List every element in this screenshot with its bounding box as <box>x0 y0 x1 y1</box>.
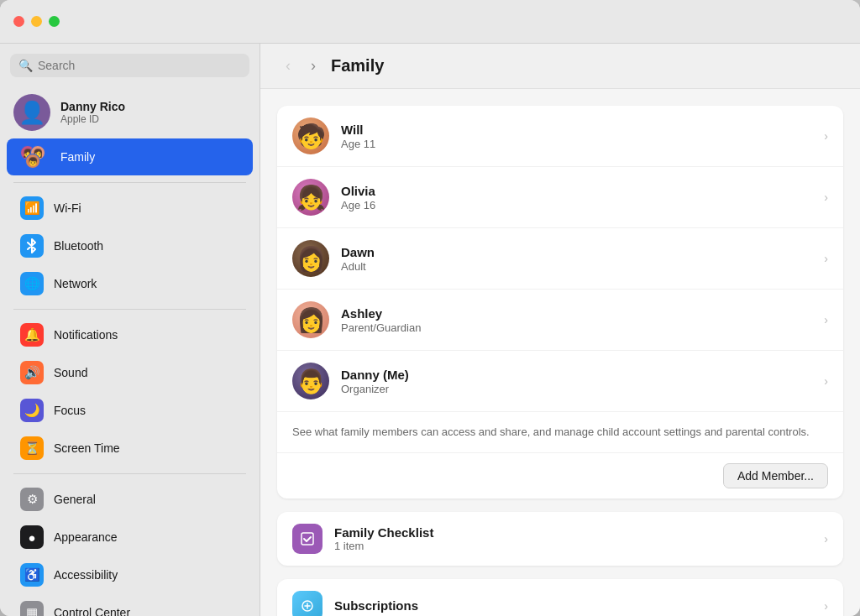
description-text: See what family members can access and s… <box>277 412 843 452</box>
sidebar-item-general[interactable]: ⚙ General <box>7 481 253 518</box>
member-name: Dawn <box>341 245 812 259</box>
sidebar-item-bluetooth[interactable]: Bluetooth <box>7 227 253 264</box>
user-section[interactable]: 👤 Danny Rico Apple ID <box>0 87 260 138</box>
accessibility-icon: ♿ <box>20 563 44 587</box>
member-role: Parent/Guardian <box>341 321 812 334</box>
member-info: Olivia Age 16 <box>341 184 812 211</box>
table-row[interactable]: 👩 Ashley Parent/Guardian › <box>277 290 843 351</box>
search-bar[interactable]: 🔍 <box>10 54 249 77</box>
sidebar-item-screentime[interactable]: ⏳ Screen Time <box>7 430 253 467</box>
appearance-icon: ● <box>20 525 44 549</box>
sidebar-item-label-family: Family <box>60 150 95 164</box>
family-avatars: 👧 👩 👦 <box>20 145 50 169</box>
forward-button[interactable]: › <box>306 55 321 76</box>
checklist-icon <box>292 524 322 554</box>
user-name: Danny Rico <box>60 100 125 113</box>
member-info: Will Age 11 <box>341 123 812 150</box>
sidebar-item-label-appearance: Appearance <box>54 530 118 544</box>
avatar: 👨 <box>292 363 329 399</box>
sidebar-item-label-focus: Focus <box>54 404 86 417</box>
family-members-card: 🧒 Will Age 11 › 👧 Olivia Age 16 <box>277 106 843 499</box>
member-role: Age 11 <box>341 138 812 150</box>
separator-1 <box>13 182 246 183</box>
checklist-name: Family Checklist <box>334 525 812 540</box>
close-button[interactable] <box>13 16 24 27</box>
sound-icon: 🔊 <box>20 361 44 384</box>
sidebar-item-label-controlcenter: Control Center <box>54 606 130 616</box>
notifications-icon: 🔔 <box>20 323 44 347</box>
sidebar-item-network[interactable]: 🌐 Network <box>7 265 253 302</box>
add-member-button[interactable]: Add Member... <box>723 463 828 488</box>
title-bar <box>0 0 860 44</box>
main-content: 🧒 Will Age 11 › 👧 Olivia Age 16 <box>260 89 860 616</box>
sidebar-item-notifications[interactable]: 🔔 Notifications <box>7 316 253 353</box>
main-panel: ‹ › Family 🧒 Will Age 11 › <box>260 44 860 616</box>
avatar: 👧 <box>292 179 329 216</box>
sidebar-item-accessibility[interactable]: ♿ Accessibility <box>7 556 253 593</box>
table-row[interactable]: 👩 Dawn Adult › <box>277 228 843 290</box>
checklist-info: Family Checklist 1 item <box>334 525 812 552</box>
table-row[interactable]: 🧒 Will Age 11 › <box>277 106 843 167</box>
sidebar-item-family[interactable]: 👧 👩 👦 Family <box>7 138 253 175</box>
avatar: 👩 <box>292 301 329 338</box>
avatar: 👩 <box>292 240 329 277</box>
main-header: ‹ › Family <box>260 44 860 89</box>
sidebar-item-sound[interactable]: 🔊 Sound <box>7 354 253 391</box>
sidebar-item-wifi[interactable]: 📶 Wi-Fi <box>7 190 253 227</box>
subscriptions-icon <box>292 591 322 617</box>
member-name: Olivia <box>341 184 812 198</box>
family-checklist-card: Family Checklist 1 item › <box>277 512 843 566</box>
chevron-right-icon: › <box>824 599 828 613</box>
sidebar-item-appearance[interactable]: ● Appearance <box>7 519 253 556</box>
chevron-right-icon: › <box>824 252 828 265</box>
member-name: Danny (Me) <box>341 368 812 382</box>
chevron-right-icon: › <box>824 129 828 143</box>
table-row[interactable]: 👧 Olivia Age 16 › <box>277 167 843 228</box>
chevron-right-icon: › <box>824 313 828 326</box>
subscriptions-card: Subscriptions › <box>277 579 843 617</box>
member-info: Ashley Parent/Guardian <box>341 306 812 334</box>
member-role: Adult <box>341 260 812 273</box>
main-window: 🔍 👤 Danny Rico Apple ID 👧 👩 👦 <box>0 0 860 616</box>
checklist-subtitle: 1 item <box>334 540 812 552</box>
wifi-icon: 📶 <box>20 196 44 220</box>
sidebar-item-label-wifi: Wi-Fi <box>54 201 81 215</box>
separator-2 <box>13 309 246 310</box>
network-icon: 🌐 <box>20 272 44 295</box>
member-info: Danny (Me) Organizer <box>341 368 812 395</box>
traffic-lights <box>13 16 60 27</box>
member-name: Will <box>341 123 812 137</box>
bluetooth-icon <box>20 234 44 258</box>
sidebar-item-label-screentime: Screen Time <box>54 441 120 455</box>
back-button[interactable]: ‹ <box>281 55 296 76</box>
chevron-right-icon: › <box>824 191 828 204</box>
list-item[interactable]: Subscriptions › <box>277 579 843 617</box>
sidebar-item-focus[interactable]: 🌙 Focus <box>7 392 253 429</box>
sidebar-item-label-accessibility: Accessibility <box>54 568 118 582</box>
chevron-right-icon: › <box>824 532 828 546</box>
table-row[interactable]: 👨 Danny (Me) Organizer › <box>277 351 843 412</box>
member-info: Dawn Adult <box>341 245 812 273</box>
sidebar-item-label-notifications: Notifications <box>54 328 118 342</box>
user-subtitle: Apple ID <box>60 113 125 125</box>
subscriptions-name: Subscriptions <box>334 598 812 613</box>
list-item[interactable]: Family Checklist 1 item › <box>277 512 843 566</box>
maximize-button[interactable] <box>49 16 60 27</box>
add-member-row: Add Member... <box>277 452 843 499</box>
sidebar: 🔍 👤 Danny Rico Apple ID 👧 👩 👦 <box>0 44 260 616</box>
content-area: 🔍 👤 Danny Rico Apple ID 👧 👩 👦 <box>0 44 860 616</box>
controlcenter-icon: ▦ <box>20 601 44 616</box>
page-title: Family <box>331 56 384 76</box>
chevron-right-icon: › <box>824 374 828 388</box>
sidebar-item-controlcenter[interactable]: ▦ Control Center <box>7 594 253 616</box>
minimize-button[interactable] <box>31 16 42 27</box>
member-name: Ashley <box>341 306 812 321</box>
search-input[interactable] <box>38 59 241 72</box>
avatar: 👤 <box>13 94 50 131</box>
screentime-icon: ⏳ <box>20 436 44 460</box>
member-role: Age 16 <box>341 199 812 211</box>
member-role: Organizer <box>341 383 812 395</box>
user-info: Danny Rico Apple ID <box>60 100 125 125</box>
search-icon: 🔍 <box>18 59 33 72</box>
general-icon: ⚙ <box>20 488 44 511</box>
